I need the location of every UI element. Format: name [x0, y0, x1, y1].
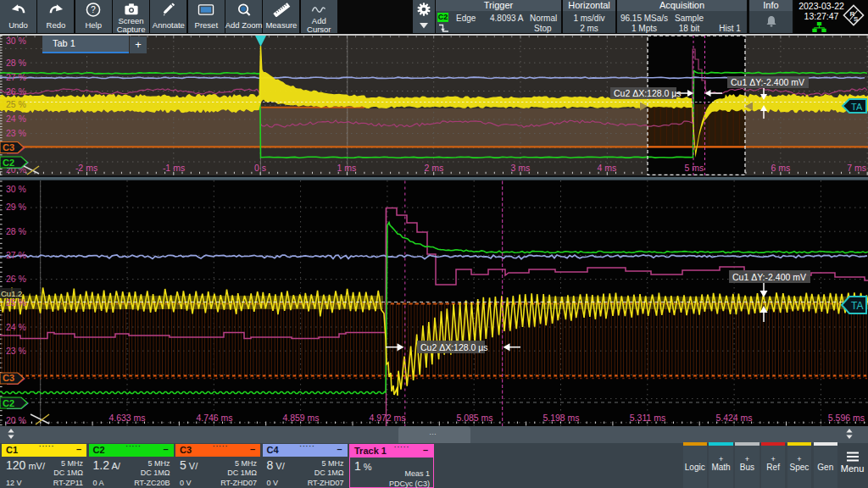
svg-text:4 ms: 4 ms	[598, 163, 617, 173]
svg-text:C2: C2	[3, 158, 14, 168]
svg-text:24 %: 24 %	[6, 322, 26, 332]
svg-text:C2: C2	[3, 398, 14, 408]
svg-text:29 %: 29 %	[6, 202, 26, 212]
svg-text:1 ms: 1 ms	[337, 163, 357, 173]
svg-text:23 %: 23 %	[6, 128, 26, 138]
svg-text:5.311 ms: 5.311 ms	[630, 413, 665, 423]
svg-text:Cu1 ΔY:-2.400 mV: Cu1 ΔY:-2.400 mV	[732, 272, 806, 282]
svg-text:-1 ms: -1 ms	[163, 163, 185, 173]
svg-text:0 s: 0 s	[254, 163, 266, 173]
svg-text:5.085 ms: 5.085 ms	[456, 413, 492, 423]
svg-text:26 %: 26 %	[6, 274, 26, 284]
svg-text:C3: C3	[3, 142, 14, 152]
svg-text:4.746 ms: 4.746 ms	[196, 413, 232, 423]
svg-text:?: ?	[91, 5, 96, 14]
svg-text:4.633 ms: 4.633 ms	[108, 413, 145, 423]
svg-text:Cu2 ΔX:128.0 µs: Cu2 ΔX:128.0 µs	[614, 88, 682, 98]
svg-text:3 ms: 3 ms	[511, 163, 531, 173]
svg-text:S: S	[854, 15, 859, 23]
svg-text:Cu2 ΔX:128.0 µs: Cu2 ΔX:128.0 µs	[420, 342, 488, 352]
svg-text:23 %: 23 %	[6, 346, 26, 356]
svg-text:27 %: 27 %	[6, 250, 26, 260]
svg-text:30 %: 30 %	[6, 184, 26, 194]
svg-text:26 %: 26 %	[6, 86, 26, 97]
svg-text:7 ms: 7 ms	[847, 163, 866, 173]
svg-text:C3: C3	[3, 373, 14, 383]
svg-text:2 ms: 2 ms	[425, 163, 444, 173]
svg-text:5.596 ms: 5.596 ms	[828, 413, 865, 423]
svg-text:24 %: 24 %	[6, 114, 26, 124]
svg-text:4.972 ms: 4.972 ms	[369, 413, 405, 423]
svg-text:TA: TA	[851, 300, 863, 312]
svg-text:28 %: 28 %	[6, 226, 26, 236]
svg-text:30 %: 30 %	[6, 36, 26, 46]
svg-text:25 %: 25 %	[6, 297, 26, 308]
svg-text:Cu1 ΔY:-2.400 mV: Cu1 ΔY:-2.400 mV	[731, 77, 804, 87]
svg-text:20 %: 20 %	[6, 415, 26, 425]
svg-text:4.859 ms: 4.859 ms	[282, 413, 319, 423]
svg-text:5.198 ms: 5.198 ms	[542, 413, 579, 423]
svg-text:28 %: 28 %	[6, 58, 26, 68]
svg-text:-2 ms: -2 ms	[75, 163, 97, 173]
svg-text:27 %: 27 %	[6, 72, 26, 82]
svg-text:5.424 ms: 5.424 ms	[715, 413, 752, 423]
svg-text:TA: TA	[851, 102, 863, 112]
svg-text:6 ms: 6 ms	[771, 163, 791, 173]
svg-text:25 %: 25 %	[6, 99, 26, 109]
svg-text:Cu1.2: Cu1.2	[1, 289, 22, 298]
svg-text:5 ms: 5 ms	[685, 163, 704, 173]
